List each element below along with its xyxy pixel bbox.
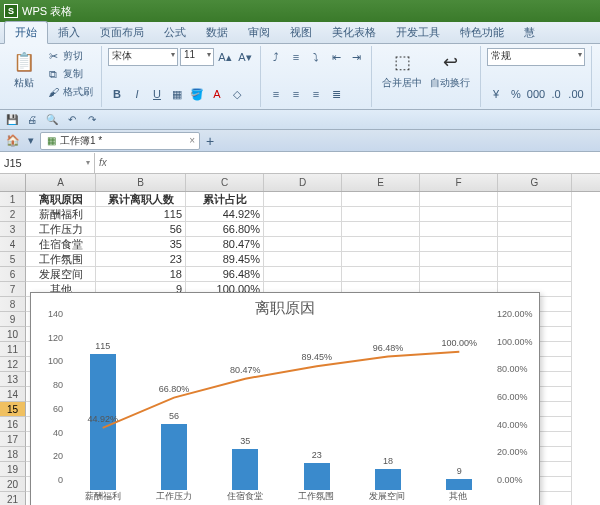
dec-inc-button[interactable]: .0: [547, 85, 565, 103]
cell[interactable]: [342, 267, 420, 282]
cell[interactable]: 66.80%: [186, 222, 264, 237]
row-header[interactable]: 13: [0, 372, 26, 387]
cell[interactable]: 44.92%: [186, 207, 264, 222]
print-button[interactable]: 🖨: [24, 112, 40, 128]
cell[interactable]: [420, 207, 498, 222]
embedded-chart[interactable]: 离职原因 020406080100120140 0.00%20.00%40.00…: [30, 292, 540, 505]
row-header[interactable]: 2: [0, 207, 26, 222]
align-top-button[interactable]: ⤴: [267, 48, 285, 66]
row-header[interactable]: 17: [0, 432, 26, 447]
col-header-F[interactable]: F: [420, 174, 498, 191]
document-tab[interactable]: ▦ 工作簿1 * ×: [40, 132, 200, 150]
ribbon-tab-8[interactable]: 开发工具: [386, 22, 450, 43]
cell[interactable]: [264, 222, 342, 237]
home-button[interactable]: 🏠: [4, 132, 22, 150]
clear-button[interactable]: ◇: [228, 85, 246, 103]
cell[interactable]: [498, 252, 572, 267]
cut-button[interactable]: ✂剪切: [44, 48, 95, 64]
ribbon-tab-3[interactable]: 公式: [154, 22, 196, 43]
cell[interactable]: [264, 192, 342, 207]
ribbon-tab-0[interactable]: 开始: [4, 21, 48, 44]
undo-button[interactable]: ↶: [64, 112, 80, 128]
row-header[interactable]: 3: [0, 222, 26, 237]
row-header[interactable]: 18: [0, 447, 26, 462]
row-header[interactable]: 21: [0, 492, 26, 505]
cell[interactable]: 80.47%: [186, 237, 264, 252]
align-middle-button[interactable]: ≡: [287, 48, 305, 66]
col-header-G[interactable]: G: [498, 174, 572, 191]
percent-button[interactable]: %: [507, 85, 525, 103]
col-header-C[interactable]: C: [186, 174, 264, 191]
align-right-button[interactable]: ≡: [307, 85, 325, 103]
cell[interactable]: [264, 207, 342, 222]
indent-inc-button[interactable]: ⇥: [347, 48, 365, 66]
font-size-select[interactable]: 11: [180, 48, 214, 66]
cell[interactable]: [264, 267, 342, 282]
row-header[interactable]: 20: [0, 477, 26, 492]
decrease-font-button[interactable]: A▾: [236, 48, 254, 66]
row-header[interactable]: 5: [0, 252, 26, 267]
row-header[interactable]: 11: [0, 342, 26, 357]
cell[interactable]: 89.45%: [186, 252, 264, 267]
comma-button[interactable]: 000: [527, 85, 545, 103]
wrap-button[interactable]: ↩ 自动换行: [426, 48, 474, 92]
cell[interactable]: 35: [96, 237, 186, 252]
bold-button[interactable]: B: [108, 85, 126, 103]
preview-button[interactable]: 🔍: [44, 112, 60, 128]
dec-dec-button[interactable]: .00: [567, 85, 585, 103]
row-header[interactable]: 19: [0, 462, 26, 477]
cell[interactable]: 23: [96, 252, 186, 267]
cell[interactable]: [420, 222, 498, 237]
cell[interactable]: [498, 267, 572, 282]
col-header-D[interactable]: D: [264, 174, 342, 191]
cell[interactable]: [264, 252, 342, 267]
cell[interactable]: [420, 237, 498, 252]
cell[interactable]: [264, 237, 342, 252]
cell[interactable]: [342, 192, 420, 207]
cell[interactable]: [498, 192, 572, 207]
copy-button[interactable]: ⧉复制: [44, 66, 95, 82]
cell[interactable]: 96.48%: [186, 267, 264, 282]
row-header[interactable]: 14: [0, 387, 26, 402]
close-tab-button[interactable]: ×: [189, 135, 195, 146]
border-button[interactable]: ▦: [168, 85, 186, 103]
cell[interactable]: 工作压力: [26, 222, 96, 237]
font-name-select[interactable]: 宋体: [108, 48, 178, 66]
ribbon-tab-5[interactable]: 审阅: [238, 22, 280, 43]
currency-button[interactable]: ¥: [487, 85, 505, 103]
col-header-B[interactable]: B: [96, 174, 186, 191]
cell[interactable]: [420, 252, 498, 267]
add-tab-button[interactable]: +: [206, 133, 214, 149]
ribbon-tab-10[interactable]: 慧: [514, 22, 545, 43]
cell[interactable]: 115: [96, 207, 186, 222]
merge-button[interactable]: ⬚ 合并居中: [378, 48, 426, 92]
cell[interactable]: 56: [96, 222, 186, 237]
align-bottom-button[interactable]: ⤵: [307, 48, 325, 66]
row-header[interactable]: 16: [0, 417, 26, 432]
save-button[interactable]: 💾: [4, 112, 20, 128]
row-header[interactable]: 10: [0, 327, 26, 342]
cell[interactable]: 18: [96, 267, 186, 282]
align-center-button[interactable]: ≡: [287, 85, 305, 103]
row-header[interactable]: 12: [0, 357, 26, 372]
cell[interactable]: 住宿食堂: [26, 237, 96, 252]
select-all-corner[interactable]: [0, 174, 26, 191]
cell[interactable]: 累计占比: [186, 192, 264, 207]
row-header[interactable]: 4: [0, 237, 26, 252]
align-left-button[interactable]: ≡: [267, 85, 285, 103]
tab-menu-button[interactable]: ▾: [22, 132, 40, 150]
fill-color-button[interactable]: 🪣: [188, 85, 206, 103]
row-header[interactable]: 15: [0, 402, 26, 417]
cell[interactable]: [498, 207, 572, 222]
ribbon-tab-1[interactable]: 插入: [48, 22, 90, 43]
row-header[interactable]: 9: [0, 312, 26, 327]
underline-button[interactable]: U: [148, 85, 166, 103]
name-box[interactable]: J15: [0, 153, 95, 173]
indent-dec-button[interactable]: ⇤: [327, 48, 345, 66]
font-color-button[interactable]: A: [208, 85, 226, 103]
cell[interactable]: 薪酬福利: [26, 207, 96, 222]
cell[interactable]: 离职原因: [26, 192, 96, 207]
row-header[interactable]: 7: [0, 282, 26, 297]
ribbon-tab-7[interactable]: 美化表格: [322, 22, 386, 43]
col-header-E[interactable]: E: [342, 174, 420, 191]
